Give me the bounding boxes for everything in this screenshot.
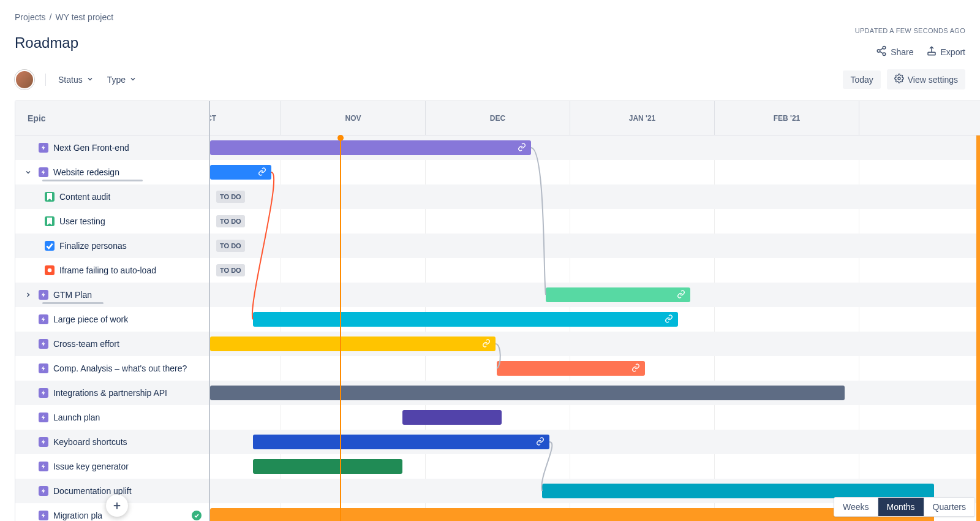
row-label: GTM Plan (53, 290, 92, 300)
export-button[interactable]: Export (926, 45, 965, 58)
view-settings-button[interactable]: View settings (887, 69, 965, 89)
timeline-row (210, 356, 980, 381)
svg-point-7 (48, 268, 52, 272)
month-header: JAN '21 (570, 101, 715, 135)
link-icon (258, 167, 266, 178)
chevron-down-icon (86, 75, 94, 85)
epic-row[interactable]: Website redesign (15, 160, 209, 184)
month-header: FEB '21 (715, 101, 859, 135)
gear-icon (894, 74, 904, 85)
zoom-quarters[interactable]: Quarters (924, 498, 974, 516)
today-button[interactable]: Today (843, 70, 880, 89)
epic-row[interactable]: Comp. Analysis – what's out there? (15, 356, 209, 381)
epic-icon (39, 314, 48, 324)
timeline-bar[interactable] (210, 337, 496, 351)
breadcrumb-project[interactable]: WY test project (55, 12, 113, 22)
child-row[interactable]: Content audit (15, 184, 209, 209)
row-label: Launch plan (53, 413, 100, 422)
epic-row[interactable]: Integrations & partnership API (15, 381, 209, 405)
status-chip[interactable]: TO DO (216, 191, 245, 203)
child-row[interactable]: Finalize personas (15, 234, 209, 258)
status-filter[interactable]: Status (57, 72, 95, 87)
timeline-bar[interactable] (253, 312, 678, 327)
row-label: Finalize personas (59, 241, 127, 251)
epic-row[interactable]: Launch plan (15, 405, 209, 430)
export-icon (926, 45, 937, 58)
share-icon (876, 45, 887, 58)
progress-indicator (42, 302, 104, 304)
timeline-row: TO DO (210, 234, 980, 258)
share-button[interactable]: Share (876, 45, 913, 58)
row-label: Large piece of work (53, 314, 128, 324)
epic-icon (39, 388, 48, 398)
link-icon (536, 437, 545, 447)
breadcrumb-root[interactable]: Projects (15, 12, 46, 22)
story-icon (45, 192, 55, 202)
svg-point-0 (883, 47, 886, 50)
timeline[interactable]: OCTNOVDECJAN '21FEB '21 TO DOTO DOTO DOT… (210, 101, 980, 521)
task-icon (45, 241, 55, 251)
avatar[interactable] (15, 70, 34, 89)
timeline-row: TO DO (210, 209, 980, 234)
epic-icon (39, 486, 48, 496)
epic-icon (39, 462, 48, 471)
row-label: Content audit (59, 192, 110, 202)
epic-icon (39, 167, 48, 177)
row-label: Iframe failing to auto-load (59, 265, 156, 275)
timeline-row (210, 405, 980, 430)
timeline-row: TO DO (210, 184, 980, 209)
month-header: OCT (210, 101, 281, 135)
row-label: Migration pla (53, 511, 102, 520)
timeline-bar[interactable] (210, 140, 531, 155)
expand-toggle[interactable] (23, 291, 34, 299)
timeline-bar[interactable] (210, 165, 271, 180)
timeline-row (210, 135, 980, 160)
story-icon (45, 216, 55, 226)
timeline-row (210, 381, 980, 405)
epic-icon (39, 363, 48, 373)
type-filter[interactable]: Type (106, 72, 138, 87)
child-row[interactable]: User testing (15, 209, 209, 234)
epic-icon (39, 511, 48, 520)
sidebar-header: Epic (15, 101, 209, 135)
svg-point-2 (883, 53, 886, 56)
svg-rect-5 (928, 52, 935, 55)
timeline-bar[interactable] (210, 386, 845, 400)
timeline-bar[interactable] (253, 435, 549, 449)
updated-label: UPDATED A FEW SECONDS AGO (855, 27, 965, 34)
row-label: Website redesign (53, 167, 119, 177)
link-icon (665, 314, 673, 325)
timeline-bar[interactable] (253, 459, 402, 474)
timeline-row: TO DO (210, 258, 980, 283)
timeline-row (210, 332, 980, 356)
zoom-months[interactable]: Months (878, 498, 924, 516)
timeline-bar[interactable] (210, 508, 934, 521)
link-icon (518, 143, 526, 153)
status-chip[interactable]: TO DO (216, 264, 245, 276)
link-icon (482, 339, 491, 349)
epic-row[interactable]: GTM Plan (15, 283, 209, 307)
zoom-weeks[interactable]: Weeks (834, 498, 878, 516)
timeline-bar[interactable] (402, 410, 502, 425)
expand-toggle[interactable] (23, 169, 34, 176)
timeline-bar[interactable] (542, 484, 934, 498)
status-chip[interactable]: TO DO (216, 215, 245, 227)
epic-row[interactable]: Cross-team effort (15, 332, 209, 356)
status-chip[interactable]: TO DO (216, 240, 245, 252)
epic-row[interactable]: Keyboard shortcuts (15, 430, 209, 454)
row-label: Documentation uplift (53, 486, 132, 496)
timeline-bar[interactable] (546, 287, 690, 302)
timeline-header: OCTNOVDECJAN '21FEB '21 (210, 101, 980, 135)
epic-row[interactable]: Issue key generator (15, 454, 209, 479)
add-epic-fab[interactable] (106, 495, 128, 517)
epic-row[interactable]: Next Gen Front-end (15, 135, 209, 160)
svg-line-4 (880, 51, 883, 53)
timeline-bar[interactable] (497, 361, 645, 376)
epic-icon (39, 290, 48, 300)
progress-indicator (42, 180, 143, 181)
svg-line-3 (880, 48, 883, 50)
epic-row[interactable]: Large piece of work (15, 307, 209, 332)
child-row[interactable]: Iframe failing to auto-load (15, 258, 209, 283)
epic-icon (39, 143, 48, 153)
bug-icon (45, 265, 55, 275)
